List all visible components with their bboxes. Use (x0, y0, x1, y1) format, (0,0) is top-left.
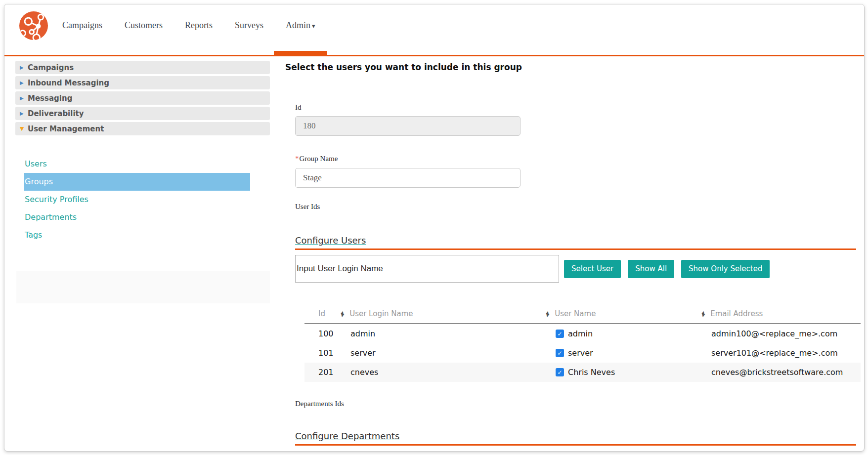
show-all-button[interactable]: Show All (628, 260, 674, 278)
chevron-right-icon: ▶ (20, 96, 28, 101)
configure-departments-section-title: Configure Departments (295, 431, 856, 441)
show-only-selected-button[interactable]: Show Only Selected (681, 260, 770, 278)
user-ids-label: User Ids (295, 203, 856, 211)
cell-email: admin100@<replace_me>.com (697, 324, 861, 343)
users-table: Id ▲▼User Login Name ▲▼User Name ▲▼Email… (304, 307, 861, 382)
column-header-user-name[interactable]: ▲▼User Name (542, 307, 697, 324)
sidebar-section-deliverability[interactable]: ▶ Deliverability (15, 107, 270, 120)
user-management-submenu: Users Groups Security Profiles Departmen… (24, 155, 250, 244)
sidebar-item-users[interactable]: Users (24, 155, 250, 173)
user-checkbox[interactable]: ✓ (556, 330, 564, 338)
sidebar-section-messaging[interactable]: ▶ Messaging (15, 91, 270, 105)
users-table-header-row: Id ▲▼User Login Name ▲▼User Name ▲▼Email… (304, 307, 861, 324)
configure-users-section-title: Configure Users (295, 235, 856, 246)
chevron-right-icon: ▶ (20, 81, 28, 85)
sidebar-item-groups[interactable]: Groups (24, 173, 250, 191)
configure-users-link[interactable]: Configure Users (295, 235, 366, 246)
column-header-user-login-name[interactable]: ▲▼User Login Name (337, 307, 542, 324)
select-user-button[interactable]: Select User (564, 260, 621, 278)
user-checkbox[interactable]: ✓ (556, 349, 564, 357)
cell-login: server (337, 343, 542, 363)
nav-item-reports[interactable]: Reports (185, 20, 213, 31)
nav-item-customers[interactable]: Customers (125, 20, 163, 31)
section-divider (295, 248, 856, 250)
cell-email: server101@<replace_me>.com (697, 343, 861, 363)
cell-email: cneves@brickstreetsoftware.com (697, 363, 861, 382)
table-row: 100 admin ✓admin admin100@<replace_me>.c… (304, 324, 861, 343)
brand-logo[interactable] (19, 11, 48, 40)
sidebar-footer (16, 271, 270, 303)
sidebar-section-user-management[interactable]: ▼ User Management (15, 122, 270, 135)
page-container: Campaigns Customers Reports Surveys Admi… (4, 4, 865, 452)
sidebar-section-campaigns[interactable]: ▶ Campaigns (15, 61, 270, 74)
user-search-row: Select User Show All Show Only Selected (295, 255, 856, 283)
sidebar-item-tags[interactable]: Tags (24, 226, 250, 244)
nav-item-campaigns[interactable]: Campaigns (62, 20, 102, 31)
id-field[interactable] (295, 116, 521, 136)
main-nav: Campaigns Customers Reports Surveys Admi… (62, 20, 315, 31)
group-form: Id *Group Name User Ids Configure Users … (295, 103, 856, 446)
cell-login: cneves (337, 363, 542, 382)
table-row: 201 cneves ✓Chris Neves cneves@brickstre… (304, 363, 861, 382)
sidebar: ▶ Campaigns ▶ Inbound Messaging ▶ Messag… (15, 61, 270, 303)
section-divider (295, 444, 856, 446)
chevron-expanded-icon: ▼ (20, 126, 28, 131)
page-title: Select the users you want to include in … (285, 62, 856, 72)
id-label: Id (295, 103, 856, 112)
nav-item-admin[interactable]: Admin▾ (286, 20, 315, 31)
sort-icon[interactable]: ▲▼ (341, 311, 344, 317)
sort-icon[interactable]: ▲▼ (701, 311, 704, 317)
user-login-search-input[interactable] (295, 255, 559, 283)
column-header-id[interactable]: Id (304, 307, 337, 324)
cell-user-name: ✓Chris Neves (542, 363, 697, 382)
required-marker: * (295, 155, 299, 163)
cell-id: 100 (304, 324, 337, 343)
chevron-right-icon: ▶ (20, 111, 28, 116)
cell-id: 101 (304, 343, 337, 363)
sidebar-item-departments[interactable]: Departments (24, 208, 250, 226)
nav-admin-label: Admin (286, 20, 310, 30)
cell-login: admin (337, 324, 542, 343)
sidebar-section-inbound-messaging[interactable]: ▶ Inbound Messaging (15, 76, 270, 89)
table-row: 101 server ✓server server101@<replace_me… (304, 343, 861, 363)
chevron-right-icon: ▶ (20, 65, 28, 70)
group-name-field[interactable] (295, 168, 521, 188)
cell-id: 201 (304, 363, 337, 382)
sort-icon[interactable]: ▲▼ (546, 311, 549, 317)
main-content: Select the users you want to include in … (285, 56, 856, 446)
group-name-label: *Group Name (295, 155, 856, 163)
user-checkbox[interactable]: ✓ (556, 368, 564, 376)
cell-user-name: ✓admin (542, 324, 697, 343)
top-navbar: Campaigns Customers Reports Surveys Admi… (4, 4, 864, 55)
sidebar-item-security-profiles[interactable]: Security Profiles (24, 191, 250, 208)
configure-departments-link[interactable]: Configure Departments (295, 431, 399, 441)
nav-item-surveys[interactable]: Surveys (235, 20, 263, 31)
chevron-down-icon: ▾ (312, 22, 315, 30)
departments-ids-label: Departments Ids (295, 400, 856, 408)
cell-user-name: ✓server (542, 343, 697, 363)
column-header-email-address[interactable]: ▲▼Email Address (697, 307, 861, 324)
